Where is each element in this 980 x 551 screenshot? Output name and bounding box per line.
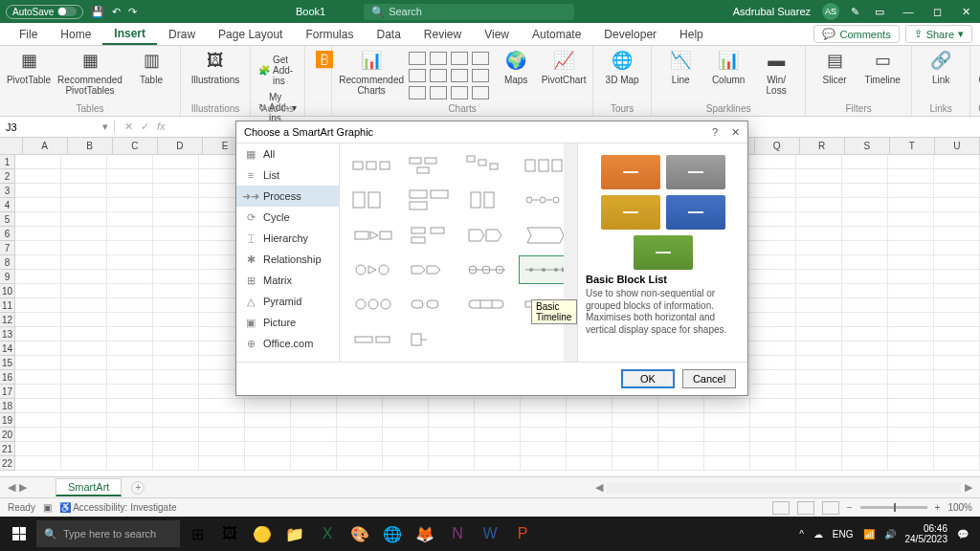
accept-formula-icon[interactable]: ✓ xyxy=(141,121,149,133)
cancel-button[interactable]: Cancel xyxy=(682,369,736,388)
col-header[interactable]: T xyxy=(890,138,935,155)
layout-thumb[interactable] xyxy=(347,221,399,250)
cancel-formula-icon[interactable]: ✕ xyxy=(124,121,133,133)
dialog-titlebar[interactable]: Choose a SmartArt Graphic ? ✕ xyxy=(236,121,747,143)
taskbar-excel-icon[interactable]: X xyxy=(312,520,343,547)
layout-thumb[interactable] xyxy=(461,290,513,319)
tray-notifications-icon[interactable]: 💬 xyxy=(957,529,969,540)
view-normal-button[interactable] xyxy=(772,501,790,515)
undo-icon[interactable]: ↶ xyxy=(112,6,121,18)
layout-thumb-selected[interactable] xyxy=(519,255,570,284)
link-button[interactable]: 🔗Link xyxy=(920,48,962,85)
tab-draw[interactable]: Draw xyxy=(157,23,207,45)
taskbar-explorer-icon[interactable]: 📁 xyxy=(279,520,310,547)
category-process[interactable]: ➜➜Process xyxy=(236,186,339,207)
select-all-corner[interactable] xyxy=(0,138,23,155)
tab-developer[interactable]: Developer xyxy=(592,23,668,45)
illustrations-button[interactable]: 🖼Illustrations xyxy=(189,48,242,85)
chart-type-icon[interactable] xyxy=(472,69,489,82)
horizontal-scrollbar[interactable] xyxy=(607,482,961,494)
timeline-button[interactable]: ▭Timeline xyxy=(861,48,903,85)
tray-chevron-icon[interactable]: ^ xyxy=(799,529,804,540)
row-header[interactable]: 2 xyxy=(0,169,15,184)
layout-thumb[interactable] xyxy=(405,325,457,354)
rec-charts-button[interactable]: 📊Recommended Charts xyxy=(340,48,403,96)
category-matrix[interactable]: ⊞Matrix xyxy=(236,270,339,291)
row-header[interactable]: 19 xyxy=(0,413,15,428)
layout-thumb[interactable] xyxy=(519,186,570,214)
redo-icon[interactable]: ↷ xyxy=(128,6,137,18)
ok-button[interactable]: OK xyxy=(621,369,675,388)
user-avatar[interactable]: AS xyxy=(822,3,839,20)
chart-type-icon[interactable] xyxy=(409,86,426,99)
col-header[interactable]: S xyxy=(845,138,890,155)
tab-file[interactable]: File xyxy=(8,23,49,45)
table-button[interactable]: ▥Table xyxy=(130,48,172,85)
chart-type-icon[interactable] xyxy=(451,52,468,65)
layout-thumb[interactable] xyxy=(461,221,513,250)
sparkline-line-button[interactable]: 📉Line xyxy=(659,48,702,85)
task-view-icon[interactable]: ⊞ xyxy=(182,520,212,547)
chart-type-icon[interactable] xyxy=(451,69,468,82)
row-header[interactable]: 16 xyxy=(0,370,15,385)
layout-thumb[interactable] xyxy=(347,151,399,180)
row-header[interactable]: 14 xyxy=(0,342,15,356)
search-box[interactable]: 🔍 Search xyxy=(364,4,574,20)
start-button[interactable] xyxy=(4,520,34,547)
row-header[interactable]: 22 xyxy=(0,456,15,471)
tab-home[interactable]: Home xyxy=(49,23,102,45)
share-button[interactable]: ⇪Share ▾ xyxy=(905,25,972,43)
tab-automate[interactable]: Automate xyxy=(521,23,592,45)
taskbar-paint-icon[interactable]: 🎨 xyxy=(345,520,375,547)
sparkline-col-button[interactable]: 📊Column xyxy=(707,48,749,85)
zoom-slider[interactable] xyxy=(860,506,927,509)
layout-scrollbar[interactable] xyxy=(564,143,577,362)
sparkline-wl-button[interactable]: ▬Win/ Loss xyxy=(755,48,797,96)
col-header[interactable]: B xyxy=(68,138,113,155)
layout-thumb[interactable] xyxy=(461,186,513,214)
col-header[interactable]: R xyxy=(800,138,845,155)
layout-thumb[interactable] xyxy=(405,221,457,250)
col-header[interactable]: U xyxy=(935,138,980,155)
taskbar-chrome-icon[interactable]: 🟡 xyxy=(247,520,278,547)
layout-thumb[interactable] xyxy=(405,255,457,284)
name-box[interactable]: J3▾ xyxy=(0,121,115,133)
taskbar-search[interactable]: 🔍Type here to search xyxy=(36,520,180,547)
pen-icon[interactable]: ✎ xyxy=(851,6,859,18)
row-header[interactable]: 12 xyxy=(0,313,15,327)
chart-types[interactable] xyxy=(409,48,489,99)
taskbar-word-icon[interactable]: W xyxy=(475,520,505,547)
row-header[interactable]: 9 xyxy=(0,270,15,284)
taskbar-powerpoint-icon[interactable]: P xyxy=(507,520,538,547)
comments-button[interactable]: 💬Comments xyxy=(813,25,899,43)
chart-type-icon[interactable] xyxy=(472,52,489,65)
row-header[interactable]: 4 xyxy=(0,198,15,212)
view-pagelayout-button[interactable] xyxy=(797,501,814,515)
view-pagebreak-button[interactable] xyxy=(822,501,839,515)
save-icon[interactable]: 💾 xyxy=(91,6,104,18)
add-sheet-button[interactable]: + xyxy=(131,481,145,495)
slicer-button[interactable]: ▤Slicer xyxy=(813,48,856,85)
taskbar-firefox-icon[interactable]: 🦊 xyxy=(410,520,440,547)
category-officecom[interactable]: ⊕Office.com xyxy=(236,333,339,354)
user-name[interactable]: Asdrubal Suarez xyxy=(733,6,811,17)
maps-button[interactable]: 🌍Maps xyxy=(495,48,537,85)
sheet-nav-left-icon[interactable]: ◀ xyxy=(8,481,15,494)
taskbar-edge-icon[interactable]: 🌐 xyxy=(377,520,408,547)
layout-thumb[interactable] xyxy=(405,186,457,214)
row-header[interactable]: 13 xyxy=(0,327,15,342)
row-header[interactable]: 10 xyxy=(0,284,15,298)
tray-wifi-icon[interactable]: 📶 xyxy=(863,529,875,540)
col-header[interactable]: Q xyxy=(755,138,800,155)
layout-thumb[interactable] xyxy=(347,255,399,284)
chart-type-icon[interactable] xyxy=(409,52,426,65)
tab-formulas[interactable]: Formulas xyxy=(294,23,365,45)
close-icon[interactable]: ✕ xyxy=(957,5,974,18)
tray-clock[interactable]: 06:46 24/5/2023 xyxy=(905,523,948,544)
row-header[interactable]: 11 xyxy=(0,298,15,313)
tab-page-layout[interactable]: Page Layout xyxy=(207,23,294,45)
3dmap-button[interactable]: 🌐3D Map xyxy=(601,48,643,85)
row-header[interactable]: 6 xyxy=(0,227,15,241)
tab-help[interactable]: Help xyxy=(668,23,715,45)
layout-thumb[interactable] xyxy=(405,290,457,319)
